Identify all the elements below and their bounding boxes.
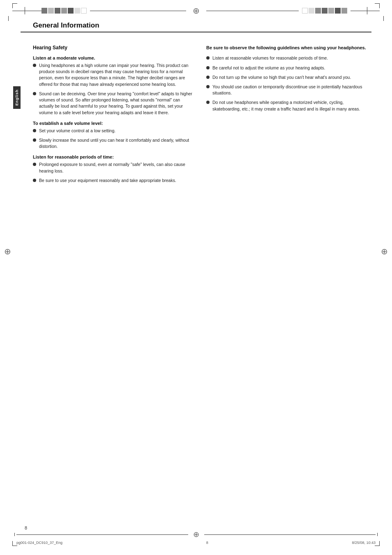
list-item-text: Sound can be deceiving. Over time your h…: [39, 91, 194, 116]
moderate-volume-subtitle: Listen at a moderate volume.: [33, 55, 194, 60]
bullet-icon: [33, 163, 36, 166]
bottom-left-vline: [12, 541, 13, 546]
list-item: Be careful not to adjust the volume as y…: [206, 65, 367, 71]
bottom-right-text: 8/25/08, 10:43: [352, 541, 376, 545]
bullet-icon: [206, 56, 210, 60]
list-item-text: Do not turn up the volume so high that y…: [212, 74, 351, 81]
list-item: Listen at reasonable volumes for reasona…: [206, 55, 367, 61]
sq: [302, 8, 308, 14]
sq: [328, 8, 334, 14]
safe-volume-list: Set your volume control at a low setting…: [33, 128, 194, 150]
bottom-left-hline: [12, 546, 17, 546]
bottom-area: ⊕ pg001-024_DC910_37_Eng 8 8/25/08, 10:4…: [0, 530, 392, 545]
page-title: General Information: [33, 21, 99, 29]
top-line-left-1: [12, 11, 25, 11]
sq: [42, 8, 47, 14]
moderate-volume-list: Using headphones at a high volume can im…: [33, 62, 194, 116]
bullet-icon: [206, 101, 210, 104]
bullet-icon: [33, 64, 36, 67]
language-tab: English: [13, 86, 21, 109]
title-row: General Information: [21, 21, 371, 32]
checker-left: [42, 8, 87, 14]
list-item-text: Do not use headphones while operating a …: [212, 99, 367, 112]
page: ⊕ General Information: [0, 0, 392, 555]
list-item: Prolonged exposure to sound, even at nor…: [33, 161, 194, 174]
right-column-list: Listen at reasonable volumes for reasona…: [206, 55, 367, 112]
sq: [81, 8, 87, 14]
bottom-left-text: pg001-024_DC910_37_Eng: [16, 541, 62, 545]
sq: [68, 8, 74, 14]
top-decoration: ⊕: [0, 0, 392, 18]
left-column: Hearing Safety Listen at a moderate volu…: [33, 45, 194, 187]
left-crosshair: ⊕: [4, 246, 11, 256]
main-content: Hearing Safety Listen at a moderate volu…: [0, 37, 392, 195]
bullet-icon: [33, 179, 36, 182]
top-line-right-1: [206, 11, 299, 11]
sq: [341, 8, 347, 14]
corner-tl-v: [8, 16, 9, 21]
list-item: Do not use headphones while operating a …: [206, 99, 367, 112]
list-item-text: Set your volume control at a low setting…: [39, 128, 115, 134]
bottom-text-row: pg001-024_DC910_37_Eng 8 8/25/08, 10:43: [14, 541, 378, 545]
list-item: Be sure to use your equipment reasonably…: [33, 177, 194, 184]
bullet-icon: [33, 92, 36, 95]
sq: [48, 8, 54, 14]
sq: [335, 8, 341, 14]
top-deco-right: [206, 7, 380, 14]
bottom-line-right: [204, 534, 376, 535]
list-item: You should use caution or temporarily di…: [206, 84, 367, 96]
list-item: Slowly increase the sound until you can …: [33, 137, 194, 150]
top-right-vline: [379, 3, 380, 8]
bullet-icon: [206, 85, 210, 88]
bottom-center-crosshair: ⊕: [193, 530, 199, 539]
top-left-vline: [12, 3, 13, 8]
hearing-safety-title: Hearing Safety: [33, 45, 194, 51]
top-deco-left: [12, 7, 186, 14]
top-line-left-3: [90, 11, 186, 11]
checker-right: [302, 8, 347, 14]
list-item: Set your volume control at a low setting…: [33, 128, 194, 134]
bottom-center-text: 8: [206, 541, 208, 545]
corner-tr-v: [383, 16, 384, 21]
sq: [55, 8, 60, 14]
bullet-icon: [33, 129, 36, 132]
reasonable-periods-list: Prolonged exposure to sound, even at nor…: [33, 161, 194, 184]
bullet-icon: [206, 66, 210, 69]
top-line-right-3: [367, 11, 380, 11]
list-item-text: Be sure to use your equipment reasonably…: [39, 177, 176, 184]
safe-volume-subtitle: To establish a safe volume level:: [33, 121, 194, 126]
list-item-text: Slowly increase the sound until you can …: [39, 137, 194, 150]
title-section: General Information: [21, 21, 371, 32]
top-left-hline: [12, 3, 17, 4]
sq: [309, 8, 314, 14]
top-line-right-2: [350, 11, 367, 11]
list-item-text: Prolonged exposure to sound, even at nor…: [39, 161, 194, 174]
list-item: Using headphones at a high volume can im…: [33, 62, 194, 88]
reasonable-periods-subtitle: Listen for reasonable periods of time:: [33, 154, 194, 159]
list-item: Sound can be deceiving. Over time your h…: [33, 91, 194, 116]
list-item-text: Be careful not to adjust the volume as y…: [212, 65, 325, 71]
right-column: Be sure to observe the following guideli…: [206, 45, 367, 187]
bottom-line: [16, 534, 188, 535]
list-item-text: Using headphones at a high volume can im…: [39, 62, 194, 88]
list-item: Do not turn up the volume so high that y…: [206, 74, 367, 81]
bottom-corner-left: [14, 533, 15, 536]
sq: [61, 8, 67, 14]
center-crosshair: ⊕: [193, 7, 200, 15]
right-crosshair: ⊕: [381, 246, 388, 256]
bottom-corner-right: [377, 533, 378, 536]
sq: [315, 8, 321, 14]
sq: [74, 8, 80, 14]
top-line-left-2: [25, 11, 42, 11]
bullet-icon: [33, 138, 36, 142]
list-item-text: Listen at reasonable volumes for reasona…: [212, 55, 328, 61]
right-column-title: Be sure to observe the following guideli…: [206, 45, 367, 51]
bullet-icon: [206, 76, 210, 79]
bottom-right-vline: [379, 541, 380, 546]
list-item-text: You should use caution or temporarily di…: [212, 84, 367, 96]
bottom-deco-line: ⊕: [14, 530, 378, 539]
sq: [322, 8, 327, 14]
